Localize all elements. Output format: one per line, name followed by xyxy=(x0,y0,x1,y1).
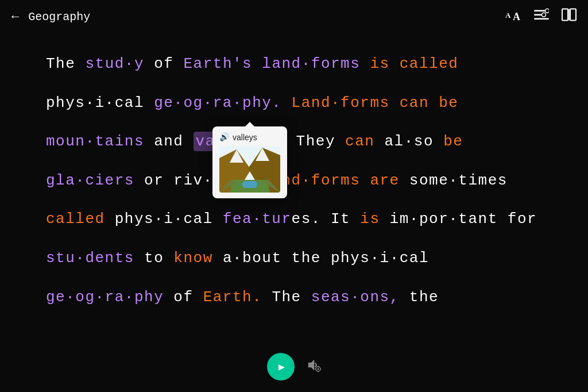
word: called xyxy=(46,210,105,228)
svg-rect-18 xyxy=(242,181,257,188)
text-line-3: moun·tains and val·leys. They can al·so … xyxy=(46,122,542,162)
word: to xyxy=(134,249,173,267)
play-button[interactable]: ▶ xyxy=(267,353,295,381)
word: and xyxy=(144,133,194,150)
header-icons: A A xyxy=(505,8,577,26)
word[interactable]: gla·ciers xyxy=(46,172,134,189)
word: es. It xyxy=(292,210,361,228)
word[interactable]: ge·og·ra·phy xyxy=(46,289,164,306)
svg-text:A: A xyxy=(505,11,511,20)
speaker-icon[interactable]: 🔊 xyxy=(219,132,229,142)
word: Land·forms can be xyxy=(281,94,458,112)
word: some·times xyxy=(409,172,508,189)
svg-point-6 xyxy=(542,13,546,17)
word: is xyxy=(360,210,380,228)
main-content: The stud·y of Earth's land·forms is call… xyxy=(0,33,588,363)
back-button[interactable]: ← xyxy=(11,10,19,24)
text-line-7: ge·og·ra·phy of Earth. The seas·ons, the xyxy=(46,278,542,317)
page-title: Geography xyxy=(28,10,90,24)
word: Earth. xyxy=(203,289,262,306)
tooltip-word-label: valleys xyxy=(233,133,257,142)
svg-rect-4 xyxy=(534,18,549,20)
word: a·bout the phys·i·cal xyxy=(213,249,429,267)
settings-lines-icon[interactable] xyxy=(534,9,549,25)
svg-text:A: A xyxy=(513,11,520,21)
word: is called xyxy=(360,55,458,72)
word: the xyxy=(400,289,439,306)
header: ← Geography A A xyxy=(0,0,588,33)
word[interactable]: seas·ons, xyxy=(311,289,400,306)
word-tooltip[interactable]: 🔊 valleys xyxy=(212,126,287,198)
word[interactable]: stu·dents xyxy=(46,249,134,267)
word: im·por·tant for xyxy=(380,210,537,228)
play-icon: ▶ xyxy=(278,360,285,373)
word[interactable]: stud·y xyxy=(85,55,144,72)
tooltip-header: 🔊 valleys xyxy=(219,132,280,142)
text-line-4: gla·ciers or riv·ers. Land·forms are som… xyxy=(46,162,542,201)
word: know xyxy=(173,249,212,267)
word: phys·i·cal xyxy=(105,210,223,228)
word[interactable]: fea·tur xyxy=(223,210,292,228)
word: The xyxy=(46,55,85,72)
word[interactable]: Earth's land·forms xyxy=(183,55,360,72)
word: of xyxy=(144,55,183,72)
font-size-icon[interactable]: A A xyxy=(505,9,521,25)
svg-rect-7 xyxy=(562,9,568,21)
svg-point-5 xyxy=(546,9,550,13)
word: al·so xyxy=(374,133,443,150)
text-line-2: phys·i·cal ge·og·ra·phy. Land·forms can … xyxy=(46,84,542,123)
text-line-5: called phys·i·cal fea·tures. It is im·po… xyxy=(46,200,542,239)
word: of xyxy=(164,289,203,306)
svg-marker-21 xyxy=(308,360,314,370)
word[interactable]: ge·og·ra·phy. xyxy=(154,94,281,112)
text-line-1: The stud·y of Earth's land·forms is call… xyxy=(46,45,542,84)
word: phys·i·cal xyxy=(46,94,154,112)
svg-rect-8 xyxy=(570,9,576,21)
svg-point-23 xyxy=(318,368,319,370)
word: can xyxy=(345,133,374,150)
book-icon[interactable] xyxy=(562,8,577,26)
text-line-6: stu·dents to know a·bout the phys·i·cal xyxy=(46,239,542,278)
tooltip-image xyxy=(219,147,280,193)
word: or riv·e xyxy=(134,172,223,189)
audio-settings-icon[interactable] xyxy=(306,358,321,376)
word[interactable]: moun·tains xyxy=(46,133,144,150)
word: The xyxy=(262,289,311,306)
bottom-bar: ▶ xyxy=(267,353,321,381)
word: be xyxy=(443,133,463,150)
